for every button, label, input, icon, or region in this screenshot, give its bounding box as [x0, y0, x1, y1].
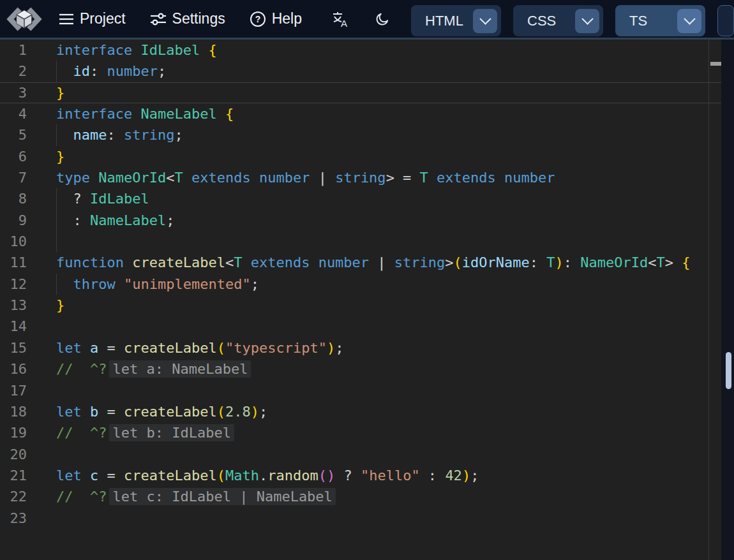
- code-token: =: [98, 340, 124, 356]
- translate-icon: A: [331, 10, 349, 28]
- code-line-content: ? IdLabel: [56, 188, 721, 209]
- scrollbar-thumb[interactable]: [726, 352, 731, 389]
- code-token: :: [107, 127, 124, 143]
- line-number: 10: [0, 231, 40, 252]
- code-line-content: [56, 380, 721, 401]
- line-number: 1: [0, 40, 40, 61]
- code-token: NameLabel: [140, 106, 216, 122]
- line-number: 17: [0, 380, 40, 401]
- code-token: |: [310, 170, 335, 186]
- code-token: ): [251, 404, 259, 420]
- code-line-content: }: [56, 295, 721, 316]
- code-editor[interactable]: 1interface IdLabel {2 id: number;3}4inte…: [0, 40, 721, 560]
- code-line-content: // ^?let b: IdLabel: [56, 422, 721, 443]
- indent-guide: [56, 61, 57, 82]
- code-token: let: [56, 340, 90, 356]
- chevron-down-icon: [581, 13, 593, 24]
- tab-ts-dropdown-button[interactable]: [677, 9, 701, 33]
- hamburger-icon: [59, 13, 74, 26]
- dark-mode-toggle-button[interactable]: [375, 11, 390, 27]
- code-line: 21let c = createLabel(Math.random() ? "h…: [0, 465, 721, 486]
- code-token: b: [90, 404, 98, 420]
- code-line: 13}: [0, 295, 721, 316]
- help-menu-label: Help: [272, 10, 302, 27]
- code-token: (: [217, 468, 225, 483]
- code-token: let: [56, 404, 90, 420]
- code-token: ;: [251, 276, 259, 292]
- chevron-down-icon: [479, 13, 491, 24]
- code-line-content: [56, 444, 721, 465]
- main-menu: Project Settings ? Help: [59, 10, 302, 27]
- code-token: string: [394, 254, 445, 270]
- editor-tabs: HTML CSS TS: [411, 5, 734, 36]
- code-token: :: [564, 254, 581, 270]
- svg-text:A: A: [341, 18, 347, 28]
- code-token: }: [56, 85, 64, 101]
- code-token: // ^?: [56, 361, 107, 377]
- code-line-content: throw "unimplemented";: [56, 274, 721, 295]
- code-token: let: [56, 468, 90, 483]
- code-line: 12 throw "unimplemented";: [0, 274, 721, 295]
- code-token: string: [124, 127, 174, 143]
- line-number: 11: [0, 252, 40, 273]
- code-token: string: [335, 170, 386, 186]
- line-number: 14: [0, 316, 40, 337]
- code-token: [200, 42, 208, 58]
- language-translate-button[interactable]: A: [331, 10, 349, 28]
- tab-partial-offscreen[interactable]: [717, 5, 734, 36]
- top-toolbar: Project Settings ? Help: [0, 0, 734, 40]
- code-line-content: let a = createLabel("typescript");: [56, 337, 721, 358]
- code-line: 18let b = createLabel(2.8);: [0, 401, 721, 422]
- project-menu-button[interactable]: Project: [59, 10, 126, 27]
- code-line: 14: [0, 316, 721, 337]
- code-line: 22// ^?let c: IdLabel | NameLabel: [0, 486, 721, 507]
- code-token: IdLabel: [90, 191, 149, 207]
- code-line-content: id: number;: [56, 61, 721, 82]
- code-token: number: [107, 63, 157, 79]
- right-scrollbar-track[interactable]: [721, 40, 734, 560]
- code-token: (: [454, 254, 462, 270]
- code-token: T: [546, 254, 555, 270]
- code-line: 8 ? IdLabel: [0, 188, 721, 209]
- indent-guide: [56, 124, 57, 145]
- code-token: ;: [158, 63, 166, 79]
- code-line-content: : NameLabel;: [56, 210, 721, 231]
- line-number: 12: [0, 274, 40, 295]
- code-line-content: let c = createLabel(Math.random() ? "hel…: [56, 465, 721, 486]
- code-token: createLabel: [132, 254, 225, 270]
- chevron-down-icon: [684, 13, 695, 24]
- overview-cursor-marker: [710, 62, 722, 66]
- code-token: T: [657, 254, 665, 270]
- code-token: NameOrId: [580, 254, 648, 270]
- tab-css[interactable]: CSS: [513, 5, 603, 36]
- code-line-content: [56, 231, 721, 252]
- tab-ts[interactable]: TS: [615, 5, 705, 36]
- code-token: NameOrId: [98, 170, 166, 186]
- tab-html-label: HTML: [425, 13, 463, 29]
- code-line-content: [56, 316, 721, 337]
- code-token: ;: [166, 212, 174, 228]
- code-token: c: [90, 468, 98, 483]
- code-token: "hello": [361, 468, 420, 483]
- code-token: function: [56, 254, 132, 270]
- line-number: 15: [0, 337, 40, 358]
- line-number: 13: [0, 295, 40, 316]
- help-menu-button[interactable]: ? Help: [250, 10, 302, 27]
- tab-css-dropdown-button[interactable]: [575, 9, 599, 33]
- code-token: [183, 170, 191, 186]
- code-token: [428, 170, 437, 186]
- settings-menu-button[interactable]: Settings: [150, 10, 225, 27]
- code-token: :: [420, 468, 446, 483]
- code-token: ;: [174, 127, 183, 143]
- tab-html-dropdown-button[interactable]: [473, 9, 497, 33]
- svg-text:?: ?: [255, 14, 260, 24]
- tab-html[interactable]: HTML: [411, 5, 501, 36]
- code-line-content: // ^?let a: NameLabel: [56, 358, 721, 379]
- code-line: 23: [0, 508, 721, 529]
- indent-guide: [56, 274, 57, 295]
- code-line-content: }: [56, 83, 721, 103]
- sliders-icon: [150, 12, 167, 26]
- help-circle-icon: ?: [250, 11, 266, 27]
- code-token: "unimplemented": [124, 276, 251, 292]
- code-line: 1interface IdLabel {: [0, 40, 721, 61]
